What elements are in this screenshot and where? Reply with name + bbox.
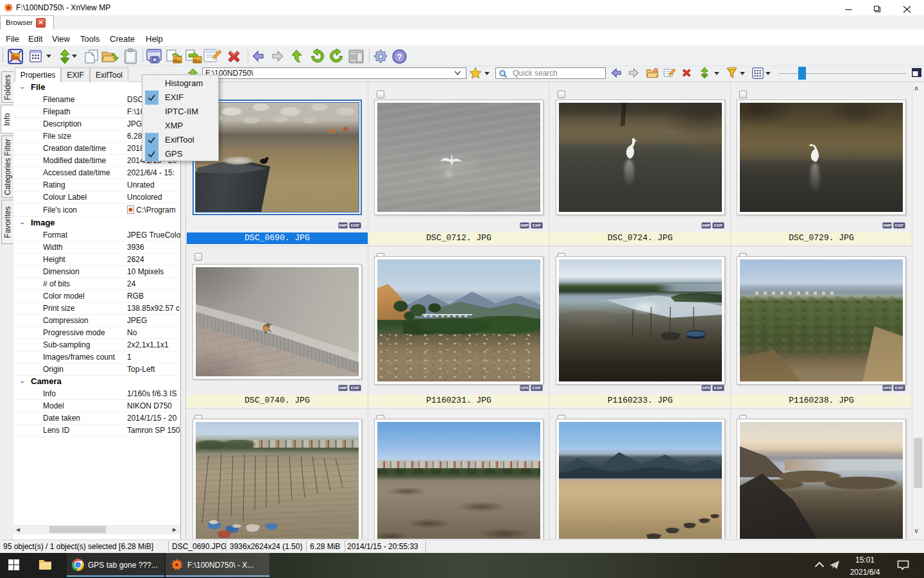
svg-text:?: ? <box>397 52 402 62</box>
